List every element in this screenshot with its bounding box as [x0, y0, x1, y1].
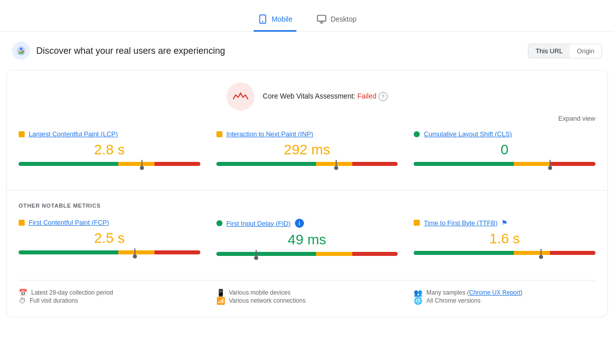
footer-icon-1-1: 📅 — [19, 289, 27, 297]
metric-ttfb-label-row: Time to First Byte (TTFB)⚑ — [414, 219, 595, 227]
footer-icon-3-1: 👥 — [414, 289, 422, 297]
metric-ttfb-label[interactable]: Time to First Byte (TTFB) — [424, 219, 497, 227]
metric-fcp-dot — [19, 220, 25, 226]
metric-inp: Interaction to Next Paint (INP)292 ms — [216, 130, 398, 166]
fid-info-icon[interactable]: i — [295, 219, 304, 228]
footer-icon-2-2: 📶 — [216, 297, 225, 305]
footer-text-1-1: Latest 28-day collection period — [31, 289, 113, 296]
tab-bar: Mobile Desktop — [0, 0, 614, 32]
metric-fid-label[interactable]: First Input Delay (FID) — [226, 220, 291, 227]
metric-lcp-value: 2.8 s — [19, 142, 200, 158]
footer-text-3-1: Many samples (Chrome UX Report) — [426, 289, 522, 296]
metric-fcp-value: 2.5 s — [19, 230, 200, 246]
svg-point-7 — [19, 50, 21, 52]
tab-desktop[interactable]: Desktop — [313, 8, 360, 32]
footer-info: 📅Latest 28-day collection period⏱Full vi… — [19, 280, 595, 305]
metric-cls-dot — [414, 131, 420, 137]
metric-fid: First Input Delay (FID)i49 ms — [216, 219, 398, 256]
tab-desktop-label: Desktop — [331, 15, 356, 23]
footer-text-1-2: Full visit durations — [30, 297, 78, 304]
footer-text-2-2: Various network connections — [229, 297, 306, 304]
metric-inp-label-row: Interaction to Next Paint (INP) — [216, 130, 398, 138]
svg-point-6 — [20, 48, 23, 51]
desktop-icon — [317, 14, 327, 24]
metric-fid-value: 49 ms — [216, 232, 398, 248]
footer-text-2-1: Various mobile devices — [229, 289, 291, 296]
footer-icon-3-2: 🌐 — [414, 297, 422, 305]
metric-lcp-marker — [141, 160, 142, 168]
assessment-failed-icon — [226, 82, 255, 111]
metric-cls-value: 0 — [414, 142, 595, 158]
assessment-info-icon[interactable]: ? — [378, 92, 388, 101]
this-url-button[interactable]: This URL — [528, 44, 570, 58]
metric-fid-marker — [256, 250, 257, 258]
footer-icon-2-1: 📱 — [216, 289, 225, 297]
crux-avatar — [12, 42, 30, 60]
metric-fcp-label-row: First Contentful Paint (FCP) — [19, 219, 200, 226]
tab-mobile[interactable]: Mobile — [254, 8, 296, 32]
footer-item-2-2: 📶Various network connections — [216, 297, 398, 305]
footer-item-2-1: 📱Various mobile devices — [216, 289, 398, 297]
metric-ttfb: Time to First Byte (TTFB)⚑1.6 s — [414, 219, 595, 256]
metric-lcp: Largest Contentful Paint (LCP)2.8 s — [19, 130, 200, 166]
ttfb-flag-icon: ⚑ — [501, 219, 508, 227]
footer-col-2: 📱Various mobile devices📶Various network … — [216, 289, 398, 305]
header-section: Discover what your real users are experi… — [0, 32, 614, 70]
svg-point-9 — [240, 93, 241, 94]
metric-cls-marker — [550, 160, 551, 168]
metric-fcp: First Contentful Paint (FCP)2.5 s — [19, 219, 200, 256]
footer-item-3-2: 🌐All Chrome versions — [414, 297, 595, 305]
metric-fcp-marker — [134, 248, 135, 256]
assessment-title: Core Web Vitals Assessment: — [263, 92, 355, 100]
mobile-icon — [258, 14, 268, 24]
metric-ttfb-dot — [414, 220, 420, 226]
url-toggle: This URL Origin — [528, 44, 602, 58]
tab-mobile-label: Mobile — [272, 15, 292, 23]
footer-col-3: 👥Many samples (Chrome UX Report)🌐All Chr… — [414, 289, 595, 305]
metric-fid-label-row: First Input Delay (FID)i — [216, 219, 398, 228]
main-card: Core Web Vitals Assessment: Failed ? Exp… — [6, 70, 608, 317]
section-divider — [7, 190, 607, 191]
metric-inp-value: 292 ms — [216, 142, 398, 158]
footer-item-1-1: 📅Latest 28-day collection period — [19, 289, 200, 297]
metric-cls: Cumulative Layout Shift (CLS)0 — [414, 130, 595, 166]
header-title: Discover what your real users are experi… — [36, 46, 225, 56]
metric-inp-bar — [216, 162, 398, 166]
metric-lcp-dot — [19, 131, 25, 137]
metric-inp-marker — [336, 160, 337, 168]
metric-fid-bar — [216, 252, 398, 256]
metric-ttfb-value: 1.6 s — [414, 231, 595, 247]
svg-rect-2 — [318, 16, 326, 22]
metric-lcp-label-row: Largest Contentful Paint (LCP) — [19, 130, 200, 138]
other-metrics-grid: First Contentful Paint (FCP)2.5 sFirst I… — [19, 219, 595, 268]
other-metrics-label: OTHER NOTABLE METRICS — [19, 203, 595, 209]
metric-ttfb-bar — [414, 251, 595, 255]
footer-col-1: 📅Latest 28-day collection period⏱Full vi… — [19, 289, 200, 305]
core-metrics-grid: Largest Contentful Paint (LCP)2.8 sInter… — [19, 130, 595, 178]
metric-lcp-label[interactable]: Largest Contentful Paint (LCP) — [29, 130, 118, 138]
assessment-status: Failed — [357, 92, 376, 100]
metric-cls-label-row: Cumulative Layout Shift (CLS) — [414, 130, 595, 138]
footer-icon-1-2: ⏱ — [19, 297, 26, 305]
metric-fid-dot — [216, 220, 222, 226]
metric-ttfb-marker — [541, 249, 542, 257]
footer-item-3-1: 👥Many samples (Chrome UX Report) — [414, 289, 595, 297]
metric-lcp-bar — [19, 162, 200, 166]
metric-inp-label[interactable]: Interaction to Next Paint (INP) — [226, 130, 314, 138]
expand-view-link[interactable]: Expand view — [19, 115, 595, 122]
metric-cls-bar — [414, 162, 595, 166]
header-left: Discover what your real users are experi… — [12, 42, 225, 60]
metric-fcp-label[interactable]: First Contentful Paint (FCP) — [29, 219, 109, 226]
chrome-ux-report-link[interactable]: Chrome UX Report — [469, 289, 520, 296]
page-wrapper: Mobile Desktop Discover what y — [0, 0, 614, 317]
metric-cls-label[interactable]: Cumulative Layout Shift (CLS) — [424, 130, 512, 138]
svg-point-8 — [22, 50, 24, 52]
metric-fcp-bar — [19, 250, 200, 254]
footer-item-1-2: ⏱Full visit durations — [19, 297, 200, 305]
assessment-title-row: Core Web Vitals Assessment: Failed ? — [263, 92, 388, 101]
origin-button[interactable]: Origin — [570, 44, 601, 58]
footer-text-3-2: All Chrome versions — [426, 297, 480, 304]
metric-inp-dot — [216, 131, 222, 137]
assessment-header: Core Web Vitals Assessment: Failed ? — [19, 82, 595, 111]
